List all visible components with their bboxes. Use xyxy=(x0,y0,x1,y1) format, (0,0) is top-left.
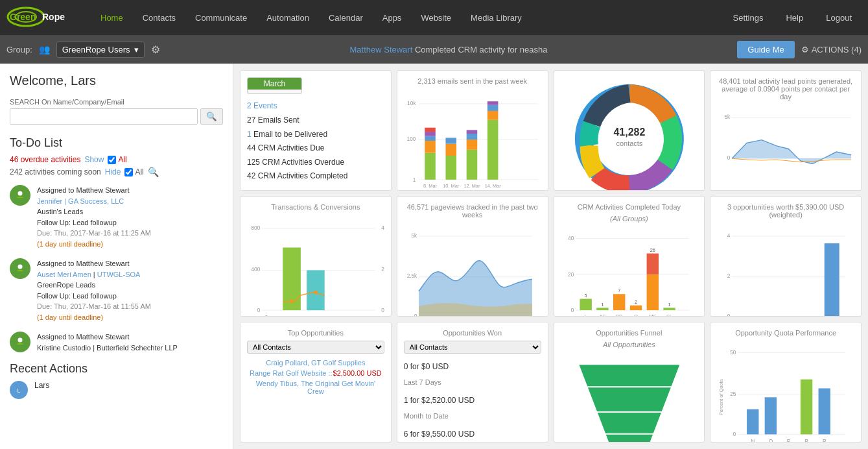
transactions-svg: 800 400 0 4 2 0 0 xyxy=(247,215,384,317)
pageviews-svg: 5k 2.5k 0 6. Mar 13. Mar xyxy=(404,223,541,317)
chevron-down-icon: ▾ xyxy=(134,45,139,55)
opp-won-select[interactable]: All Contacts xyxy=(404,341,541,354)
top-opp-item-3[interactable]: Wendy Tibus, The Original Get Movin' Cre… xyxy=(247,378,384,396)
nav-logout[interactable]: Logout xyxy=(816,0,862,35)
nav-calendar[interactable]: Calendar xyxy=(319,0,373,35)
due-1: Due: Thu, 2017-Mar-16 at 11:25 AM xyxy=(37,228,223,239)
svg-text:0: 0 xyxy=(733,431,736,437)
category-1: Austin's Leads xyxy=(37,206,223,217)
links-1: Jennifer | GA Success, LLC xyxy=(37,196,223,207)
svg-text:MS: MS xyxy=(649,313,656,317)
activity-bar: Matthew Stewart Completed CRM activity f… xyxy=(167,45,731,55)
svg-rect-78 xyxy=(580,299,591,310)
card-email-chart: 2,313 emails sent in the past week 10k 1… xyxy=(397,70,548,191)
opp-funnel-subtitle: All Opportunities xyxy=(561,341,698,348)
svg-rect-26 xyxy=(466,150,477,180)
contact-link-2b[interactable]: UTWGL-SOA xyxy=(97,271,141,278)
svg-rect-122 xyxy=(801,380,812,435)
show-link[interactable]: Show xyxy=(84,155,104,164)
nav-help[interactable]: Help xyxy=(776,0,813,35)
nav-website[interactable]: Website xyxy=(411,0,461,35)
search-button[interactable]: 🔍 xyxy=(200,108,223,125)
email-chart-svg: 10k 100 1 xyxy=(404,89,541,191)
avatar-3 xyxy=(10,332,30,352)
deadline-note-2: (1 day until deadline) xyxy=(37,312,223,323)
svg-rect-23 xyxy=(445,156,456,180)
svg-rect-103 xyxy=(825,243,839,316)
gear-actions-icon: ⚙ xyxy=(801,45,809,55)
svg-text:12. Mar: 12. Mar xyxy=(463,183,480,189)
opp-won-row-2: 1 for $2,520.00 USD Month to Date xyxy=(404,391,541,425)
svg-rect-29 xyxy=(466,130,477,134)
svg-rect-28 xyxy=(466,134,477,140)
svg-text:0: 0 xyxy=(727,155,731,161)
card-top-opp: Top Opportunities All Contacts Craig Pol… xyxy=(240,322,392,443)
search-label: SEARCH On Name/Company/Email xyxy=(10,98,223,106)
guide-me-button[interactable]: Guide Me xyxy=(737,41,794,58)
svg-text:2: 2 xyxy=(727,273,731,279)
svg-text:L: L xyxy=(584,313,587,317)
svg-text:O: O xyxy=(634,313,638,317)
card-opp-won: Opportunities Won All Contacts 0 for $0 … xyxy=(397,322,548,443)
nav-settings[interactable]: Settings xyxy=(723,0,773,35)
nav-automation[interactable]: Automation xyxy=(257,0,319,35)
svg-text:0: 0 xyxy=(265,315,268,317)
activity-content-1: Assigned to Matthew Stewart Jennifer | G… xyxy=(37,185,223,249)
nav-apps[interactable]: Apps xyxy=(373,0,412,35)
nav-home[interactable]: Home xyxy=(91,0,133,35)
svg-text:5k: 5k xyxy=(411,233,417,239)
svg-rect-91 xyxy=(646,254,658,274)
svg-text:10k: 10k xyxy=(407,101,416,106)
svg-text:4: 4 xyxy=(381,225,384,231)
svg-text:P: P xyxy=(787,439,791,443)
opp-line-svg: 4 2 0 N Q P P P xyxy=(717,223,854,317)
svg-rect-121 xyxy=(765,397,777,434)
svg-rect-31 xyxy=(487,111,499,120)
group-name: GreenRope Users xyxy=(62,45,130,55)
follow-up-1: Follow Up: Lead followup xyxy=(37,217,223,228)
email-chart-title: 2,313 emails sent in the past week xyxy=(404,77,541,85)
svg-rect-60 xyxy=(307,270,325,310)
search-small-icon[interactable]: 🔍 xyxy=(148,167,159,177)
search-input[interactable] xyxy=(10,108,198,125)
svg-text:1: 1 xyxy=(601,302,604,308)
nav-contacts[interactable]: Contacts xyxy=(133,0,185,35)
crm-today-svg: 40 20 0 5 L 1 AC 7 BD 2 xyxy=(561,226,698,317)
svg-rect-94 xyxy=(663,308,675,310)
all-checkbox[interactable] xyxy=(108,156,116,164)
top-opp-link-2[interactable]: Range Rat Golf Website :: xyxy=(250,369,333,377)
svg-text:8. Mar: 8. Mar xyxy=(423,183,437,189)
recent-user-1: Lars xyxy=(34,381,49,390)
recent-avatar-1: L xyxy=(10,381,28,399)
group-selector[interactable]: GreenRope Users ▾ xyxy=(56,42,145,58)
top-opp-link-1[interactable]: Craig Pollard, GT Golf Supplies xyxy=(266,359,365,367)
top-opp-item-2-row: Range Rat Golf Website :: $2,500.00 USD xyxy=(247,368,384,378)
todo-title: To-Do List xyxy=(10,136,223,150)
svg-rect-30 xyxy=(487,120,499,180)
svg-rect-33 xyxy=(487,101,499,105)
top-opp-link-3[interactable]: Wendy Tibus, The Original Get Movin' Cre… xyxy=(256,380,376,395)
search-icon: 🔍 xyxy=(206,112,217,121)
contact-link-1[interactable]: Jennifer | GA Success, LLC xyxy=(37,197,124,205)
opp-quota-svg: Percent of Quota 50 25 0 N Q P P P xyxy=(717,341,854,443)
top-opp-item-1[interactable]: Craig Pollard, GT Golf Supplies xyxy=(247,358,384,368)
hide-link[interactable]: Hide xyxy=(105,167,121,176)
svg-text:400: 400 xyxy=(251,267,260,273)
toolbar: Group: 👥 GreenRope Users ▾ ⚙ Matthew Ste… xyxy=(0,35,868,64)
actions-button[interactable]: ⚙ ACTIONS (4) xyxy=(801,45,862,55)
cal-day: 15 xyxy=(248,90,301,94)
top-opp-select[interactable]: All Contacts xyxy=(247,341,384,354)
cal-month: March xyxy=(248,78,301,90)
nav-communicate[interactable]: Communicate xyxy=(185,0,257,35)
svg-text:25: 25 xyxy=(731,391,737,397)
cal-stats: 2 Events 27 Emails Sent 1 Email to be De… xyxy=(247,99,347,184)
nav-media-library[interactable]: Media Library xyxy=(461,0,532,35)
logo[interactable]: Green Rope xyxy=(6,5,78,30)
contact-link-2a[interactable]: Auset Meri Amen xyxy=(37,271,91,278)
overdue-count: 46 overdue activities xyxy=(10,155,80,164)
card-crm-today: CRM Activities Completed Today (All Grou… xyxy=(554,196,705,317)
activity-user-link[interactable]: Matthew Stewart xyxy=(349,45,412,55)
coming-all-checkbox[interactable] xyxy=(124,168,133,176)
gear-icon[interactable]: ⚙ xyxy=(151,43,160,56)
category-2: GreenRope Leads xyxy=(37,280,223,291)
